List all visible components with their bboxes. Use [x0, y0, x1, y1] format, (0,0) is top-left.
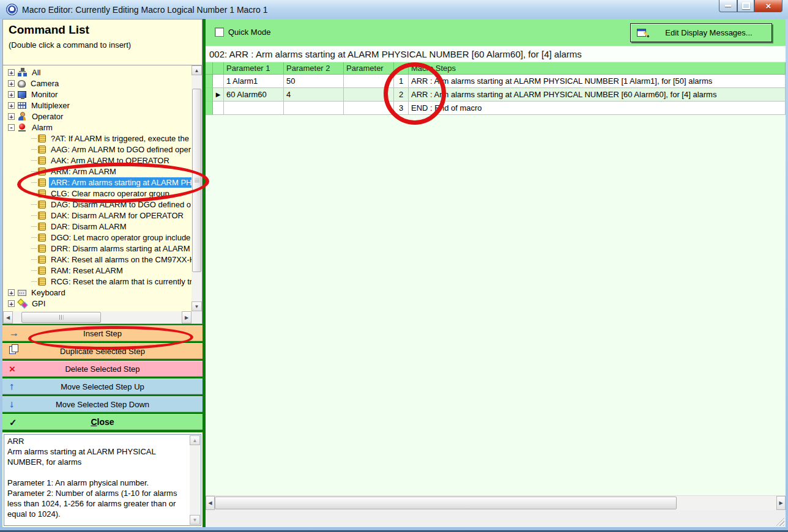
row-selector-cell[interactable]: ▶ — [213, 88, 224, 102]
macro-step-row-1[interactable]: 1 Alarm1 50 1 ARR : Arm alarms starting … — [206, 75, 786, 88]
duplicate-step-label: Duplicate Selected Step — [2, 343, 203, 359]
parameter1-cell[interactable] — [224, 102, 284, 115]
tree-item-command-dag[interactable]: DAG: Disarm ALARM to DGO defined o — [3, 199, 191, 210]
tree-item-command-aak[interactable]: AAK: Arm ALARM to OPERATOR — [3, 155, 191, 166]
scroll-right-arrow-icon[interactable]: ▶ — [182, 311, 191, 323]
macro-step-row-2-selected[interactable]: ▶ 60 Alarm60 4 2 ARR : Arm alarms starti… — [206, 88, 786, 102]
scroll-down-arrow-icon[interactable]: ▼ — [191, 301, 202, 311]
minimize-button[interactable] — [719, 0, 737, 12]
steps-hscroll-track[interactable] — [215, 496, 776, 510]
col-header-parameter3[interactable]: Parameter — [344, 62, 394, 75]
expand-icon[interactable]: + — [8, 289, 15, 296]
col-header-macro-steps[interactable]: Macro Steps — [409, 62, 786, 75]
tree-item-operator[interactable]: + Operator — [3, 111, 191, 122]
tree-connector — [31, 226, 37, 227]
scroll-left-arrow-icon[interactable]: ◀ — [3, 311, 13, 323]
tree-vscroll-thumb[interactable] — [192, 89, 201, 272]
collapse-icon[interactable]: - — [8, 124, 15, 131]
tree-item-multiplexer[interactable]: + Multiplexer — [3, 100, 191, 111]
close-window-button[interactable]: × — [754, 0, 782, 12]
scroll-right-arrow-icon[interactable]: ▶ — [776, 496, 786, 510]
parameter2-cell[interactable]: 50 — [284, 75, 344, 88]
scroll-up-arrow-icon[interactable]: ▲ — [190, 435, 200, 445]
checkbox-icon[interactable] — [215, 28, 224, 37]
tree-item-command-qat[interactable]: ?AT: If ALARM is triggered, execute the — [3, 133, 191, 144]
tree-item-command-ram[interactable]: RAM: Reset ALARM — [3, 265, 191, 276]
delete-step-button[interactable]: × Delete Selected Step — [2, 361, 203, 377]
parameter1-cell[interactable]: 60 Alarm60 — [224, 88, 284, 102]
edit-display-messages-button[interactable]: Edit Display Messages... — [630, 23, 772, 42]
resize-grip[interactable] — [776, 517, 784, 526]
tree-item-command-arr-selected[interactable]: ARR: Arm alarms starting at ALARM PH — [3, 177, 191, 188]
macro-command-icon — [38, 146, 46, 153]
scroll-left-arrow-icon[interactable]: ◀ — [206, 496, 215, 510]
maximize-button[interactable] — [737, 0, 754, 12]
tree-item-command-dak[interactable]: DAK: Disarm ALARM for OPERATOR — [3, 210, 191, 221]
row-indicator-cell — [206, 88, 213, 102]
scroll-down-arrow-icon[interactable]: ▼ — [190, 515, 200, 525]
command-description-box[interactable]: ARR Arm alarms starting at ALARM PHYSICA… — [4, 434, 201, 526]
col-header-parameter2[interactable]: Parameter 2 — [284, 62, 344, 75]
expand-icon[interactable]: + — [8, 91, 15, 98]
tree-item-command-rcg[interactable]: RCG: Reset the alarm that is currently t… — [3, 276, 191, 287]
scroll-up-arrow-icon[interactable]: ▲ — [191, 65, 202, 75]
tree-item-label: DRR: Disarm alarms starting at ALARM — [49, 243, 191, 254]
description-scrollbar[interactable]: ▲ ▼ — [190, 435, 200, 525]
step-number-cell[interactable]: 1 — [394, 75, 409, 88]
expand-icon[interactable]: + — [8, 69, 15, 76]
macro-step-cell[interactable]: ARR : Arm alarms starting at ALARM PHYSI… — [409, 75, 786, 88]
step-number-cell[interactable]: 2 — [394, 88, 409, 102]
macro-step-cell[interactable]: ARR : Arm alarms starting at ALARM PHYSI… — [409, 88, 786, 102]
tree-item-alarm[interactable]: - Alarm — [3, 122, 191, 133]
steps-horizontal-scrollbar[interactable]: ◀ ▶ — [206, 495, 786, 510]
move-step-down-button[interactable]: ↓ Move Selected Step Down — [2, 396, 203, 412]
parameter1-cell[interactable]: 1 Alarm1 — [224, 75, 284, 88]
expand-icon[interactable]: + — [8, 102, 15, 109]
tree-item-keyboard[interactable]: + Keyboard — [3, 287, 191, 298]
step-number-cell[interactable]: 3 — [394, 102, 409, 115]
tree-item-command-clg[interactable]: CLG: Clear macro operator group — [3, 188, 191, 199]
expand-icon[interactable]: + — [8, 300, 15, 307]
parameter3-cell[interactable] — [344, 75, 394, 88]
expand-icon[interactable]: + — [8, 80, 15, 87]
move-step-up-button[interactable]: ↑ Move Selected Step Up — [2, 379, 203, 394]
tree-hscroll-thumb[interactable] — [21, 312, 101, 323]
tree-item-camera[interactable]: + Camera — [3, 78, 191, 89]
parameter3-cell[interactable] — [344, 102, 394, 115]
parameter3-cell[interactable] — [344, 88, 394, 102]
app-icon — [6, 4, 18, 15]
tree-item-all[interactable]: + All — [3, 67, 191, 78]
tree-item-command-rak[interactable]: RAK: Reset all alarms on the CM97XX-K — [3, 254, 191, 265]
tree-connector — [31, 138, 37, 139]
tree-item-gpi[interactable]: + GPI — [3, 298, 191, 309]
tree-connector — [31, 248, 37, 249]
parameter2-cell[interactable]: 4 — [284, 88, 344, 102]
tree-hscroll-track[interactable] — [13, 311, 182, 323]
tree-vscroll-track[interactable] — [191, 75, 202, 301]
duplicate-step-button[interactable]: Duplicate Selected Step — [2, 343, 203, 359]
quick-mode-checkbox[interactable]: Quick Mode — [215, 28, 270, 37]
title-bar[interactable]: Macro Editor: Currently Editing Macro Lo… — [0, 0, 788, 19]
parameter2-cell[interactable] — [284, 102, 344, 115]
expand-icon[interactable]: + — [8, 113, 15, 120]
edit-display-messages-label: Edit Display Messages... — [646, 28, 771, 37]
col-header-parameter1[interactable]: Parameter 1 — [224, 62, 284, 75]
tree-item-command-aag[interactable]: AAG: Arm ALARM to DGO defined oper — [3, 144, 191, 155]
tree-item-command-drr[interactable]: DRR: Disarm alarms starting at ALARM — [3, 243, 191, 254]
tree-item-command-dgo[interactable]: DGO: Let macro operator group include — [3, 232, 191, 243]
insert-step-button[interactable]: → Insert Step — [2, 325, 203, 341]
command-tree: + All + Camera + Monitor — [2, 65, 203, 324]
tree-item-command-dar[interactable]: DAR: Disarm ALARM — [3, 221, 191, 232]
macro-step-cell[interactable]: END : End of macro — [409, 102, 786, 115]
col-header-step-number[interactable]: ▲ — [394, 62, 409, 75]
close-button[interactable]: ✓ Close — [2, 414, 203, 430]
macro-step-row-3[interactable]: 3 END : End of macro — [206, 102, 786, 115]
tree-vertical-scrollbar[interactable]: ▲ ▼ — [191, 65, 202, 311]
steps-hscroll-thumb[interactable] — [215, 497, 677, 509]
tree-item-monitor[interactable]: + Monitor — [3, 89, 191, 100]
tree-horizontal-scrollbar[interactable]: ◀ ▶ — [3, 311, 191, 323]
tree-item-command-arm[interactable]: ARM: Arm ALARM — [3, 166, 191, 177]
row-selector-cell[interactable] — [213, 102, 224, 115]
row-selector-cell[interactable] — [213, 75, 224, 88]
macro-command-icon — [38, 245, 46, 253]
